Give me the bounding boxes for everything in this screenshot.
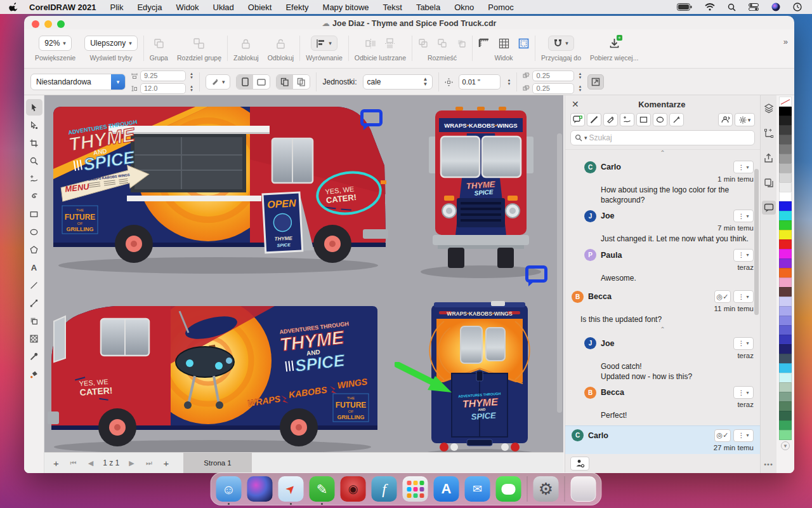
menu-item-efekty[interactable]: Efekty	[285, 3, 308, 12]
text-tool[interactable]: A	[26, 259, 43, 276]
shape-tool[interactable]	[26, 117, 43, 133]
wifi-icon[interactable]	[705, 3, 715, 11]
resolve-comment-button[interactable]: ◎✓	[714, 429, 731, 442]
color-swatch-22[interactable]	[779, 306, 792, 316]
snap-to-dropdown[interactable]: ▾	[548, 36, 574, 51]
color-swatch-10[interactable]	[779, 192, 792, 202]
previous-page-button[interactable]: ◀	[88, 459, 93, 467]
comment-settings-dropdown[interactable]: ▾	[735, 113, 755, 126]
last-page-button[interactable]: ⏭	[146, 459, 152, 467]
portrait-button[interactable]	[237, 75, 253, 89]
all-pages-button[interactable]	[277, 75, 293, 89]
rectangle-tool[interactable]	[26, 206, 43, 222]
get-more-icon[interactable]: +	[610, 38, 619, 48]
rectangle-annotation-icon[interactable]	[636, 113, 651, 126]
close-docker-icon[interactable]: ✕	[572, 99, 579, 109]
color-swatch-33[interactable]	[779, 411, 792, 421]
dock-trash-icon[interactable]	[571, 476, 596, 502]
pages-docker-icon[interactable]	[762, 176, 776, 190]
objects-docker-icon[interactable]	[762, 102, 776, 116]
connector-tool[interactable]	[26, 295, 43, 311]
nudge-stepper[interactable]: ▲▼	[508, 78, 511, 86]
comment-options-button[interactable]: ⋮▾	[733, 290, 754, 303]
distribute-right-icon[interactable]	[456, 38, 466, 48]
next-page-button[interactable]: ▶	[129, 459, 134, 467]
comment-marker-1[interactable]	[360, 109, 383, 130]
page-height-field[interactable]: 12.0	[140, 83, 186, 94]
color-swatch-24[interactable]	[779, 325, 792, 335]
menu-item-mapy-bitowe[interactable]: Mapy bitowe	[323, 3, 369, 12]
page-border-icon[interactable]	[518, 38, 529, 49]
mirror-vertical-icon[interactable]	[385, 38, 395, 49]
color-swatch-4[interactable]	[779, 135, 792, 145]
dock-mail-icon[interactable]: ✉	[465, 476, 490, 502]
zoom-level-dropdown[interactable]: 92%▾	[39, 36, 72, 51]
menu-item-pomoc[interactable]: Pomoc	[488, 3, 513, 12]
comment-options-button[interactable]: ⋮▾	[733, 161, 754, 173]
dock-launchpad-icon[interactable]	[403, 476, 428, 502]
dock-font-book-icon[interactable]: f	[372, 476, 397, 502]
color-swatch-9[interactable]	[779, 182, 792, 192]
dock-notes-icon[interactable]: ✎	[310, 476, 335, 502]
color-swatch-32[interactable]	[779, 401, 792, 411]
green-arrow-annotation[interactable]	[395, 362, 453, 395]
menu-item-edycja[interactable]: Edycja	[137, 3, 162, 12]
page-size-preset-dropdown[interactable]: Niestandardowa ▾	[30, 74, 126, 90]
menu-item-układ[interactable]: Układ	[213, 3, 234, 12]
color-swatch-28[interactable]	[779, 363, 792, 373]
color-swatch-20[interactable]	[779, 287, 792, 297]
color-swatch-31[interactable]	[779, 392, 792, 402]
dup-y-stepper[interactable]: ▲▼	[578, 84, 582, 92]
shadow-tool[interactable]	[26, 312, 43, 329]
freehand-tool[interactable]	[26, 170, 43, 187]
view-mode-dropdown[interactable]: Ulepszony▾	[84, 36, 138, 51]
treat-as-filled-toggle[interactable]	[587, 74, 604, 90]
add-note-icon[interactable]	[570, 113, 585, 126]
color-swatch-35[interactable]	[779, 430, 792, 440]
color-swatch-15[interactable]	[779, 239, 792, 250]
collapse-thread-icon[interactable]: ⌃	[565, 150, 760, 157]
color-swatch-26[interactable]	[779, 344, 792, 354]
ellipse-annotation-icon[interactable]	[653, 113, 667, 126]
rulers-icon[interactable]	[478, 38, 490, 48]
comments-docker-icon[interactable]	[762, 201, 776, 215]
dock-messages-icon[interactable]	[496, 476, 521, 502]
comments-scrollbar[interactable]	[754, 169, 759, 315]
color-swatch-30[interactable]	[779, 382, 792, 392]
page-width-field[interactable]: 9.25	[140, 70, 186, 81]
search-input[interactable]	[589, 133, 750, 142]
menu-item-obiekt[interactable]: Obiekt	[248, 3, 272, 12]
collapse-thread-icon[interactable]: ⌃	[565, 326, 760, 334]
palette-scroll-down-button[interactable]: ▼	[781, 441, 790, 450]
color-swatch-7[interactable]	[779, 163, 792, 173]
resolve-comment-button[interactable]: ◎✓	[714, 290, 731, 303]
color-swatch-19[interactable]	[779, 277, 792, 288]
color-swatch-23[interactable]	[779, 316, 792, 326]
menu-item-tabela[interactable]: Tabela	[416, 3, 440, 12]
comment-options-button[interactable]: ⋮▾	[733, 337, 754, 350]
search-filter-chevron[interactable]: ▾	[584, 135, 587, 141]
dock-app-store-icon[interactable]: A	[434, 476, 459, 502]
add-page-button-2[interactable]: +	[164, 458, 169, 469]
dock-safari-icon[interactable]: ➤	[278, 476, 304, 502]
unlock-icon[interactable]	[276, 38, 285, 49]
nudge-distance-field[interactable]: 0.01 "	[459, 74, 501, 90]
color-swatch-14[interactable]	[779, 230, 792, 240]
preset-dropdown-button[interactable]: ▾	[111, 74, 125, 90]
color-swatch-27[interactable]	[779, 354, 792, 364]
distribute-center-icon[interactable]	[437, 38, 447, 48]
comment-options-button[interactable]: ⋮▾	[733, 386, 754, 399]
units-dropdown[interactable]: cale▲▼	[363, 74, 433, 90]
ungroup-objects-icon[interactable]	[193, 38, 204, 49]
line-tool[interactable]	[26, 277, 43, 293]
color-swatch-1[interactable]	[779, 106, 792, 116]
export-docker-icon[interactable]	[762, 151, 776, 165]
comments-list[interactable]: ⌃ C Carlo ⋮▾ 1 min temu How about using …	[565, 149, 760, 454]
transparency-tool[interactable]	[26, 330, 43, 347]
siri-icon[interactable]	[771, 3, 780, 11]
current-page-button[interactable]	[293, 75, 310, 89]
pick-tool[interactable]	[26, 99, 43, 116]
draw-line-icon[interactable]	[587, 113, 601, 126]
color-swatch-29[interactable]	[779, 373, 792, 383]
no-color-swatch[interactable]	[779, 97, 792, 107]
